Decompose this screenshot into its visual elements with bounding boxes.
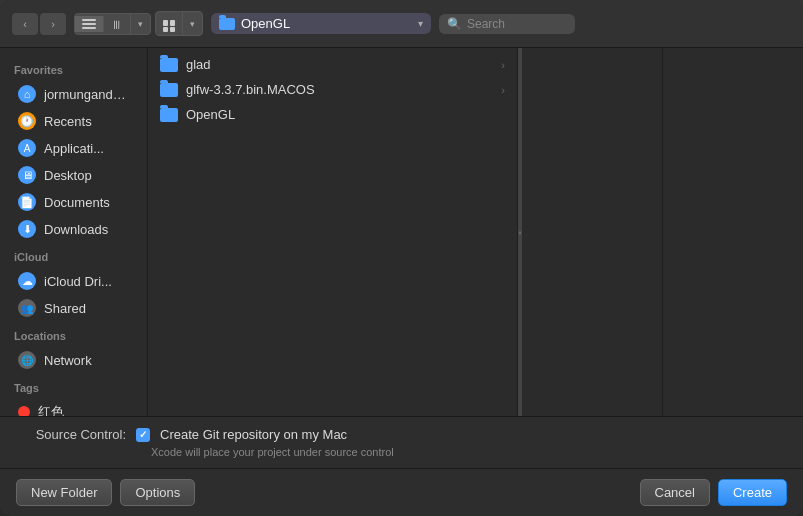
location-bar[interactable]: OpenGL ▾ <box>211 13 431 34</box>
list-item[interactable]: OpenGL <box>148 102 517 127</box>
favorites-label: Favorites <box>0 56 147 80</box>
location-folder-icon <box>219 18 235 30</box>
search-icon: 🔍 <box>447 17 462 31</box>
sidebar-item-label: iCloud Dri... <box>44 274 112 289</box>
downloads-icon: ⬇ <box>18 220 36 238</box>
shared-icon: 👥 <box>18 299 36 317</box>
list-item[interactable]: glad › <box>148 52 517 77</box>
sidebar-item-label: Network <box>44 353 92 368</box>
source-subtext: Xcode will place your project under sour… <box>151 446 787 458</box>
new-folder-button[interactable]: New Folder <box>16 479 112 506</box>
create-git-label: Create Git repository on my Mac <box>160 427 347 442</box>
gallery-view-toggle: ▾ <box>155 11 203 37</box>
preview-panel-2 <box>663 48 803 416</box>
location-text: OpenGL <box>241 16 290 31</box>
view-chevron-button[interactable]: ▾ <box>131 16 150 32</box>
folder-icon <box>160 108 178 122</box>
locations-label: Locations <box>0 322 147 346</box>
right-action-buttons: Cancel Create <box>640 479 788 506</box>
sidebar-item-label: Recents <box>44 114 92 129</box>
network-icon: 🌐 <box>18 351 36 369</box>
sidebar-item-label: Desktop <box>44 168 92 183</box>
view-toggle: ⫼ ▾ <box>74 13 151 35</box>
file-name: glfw-3.3.7.bin.MACOS <box>186 82 493 97</box>
apps-icon: A <box>18 139 36 157</box>
file-name: glad <box>186 57 493 72</box>
sidebar-item-documents[interactable]: 📄 Documents <box>4 189 143 215</box>
folder-icon <box>160 58 178 72</box>
file-arrow-icon: › <box>501 84 505 96</box>
desktop-icon: 🖥 <box>18 166 36 184</box>
tags-label: Tags <box>0 374 147 398</box>
tag-red-dot <box>18 406 30 416</box>
column-view-button[interactable]: ⫼ <box>104 14 131 34</box>
back-button[interactable]: ‹ <box>12 13 38 35</box>
left-action-buttons: New Folder Options <box>16 479 195 506</box>
source-control-checkbox[interactable]: ✓ <box>136 428 150 442</box>
list-view-icon <box>82 19 96 29</box>
home-icon: ⌂ <box>18 85 36 103</box>
gallery-chevron-button[interactable]: ▾ <box>183 16 202 32</box>
sidebar: Favorites ⌂ jormunganda... 🕐 Recents A A… <box>0 48 148 416</box>
sidebar-item-shared[interactable]: 👥 Shared <box>4 295 143 321</box>
list-item[interactable]: glfw-3.3.7.bin.MACOS › <box>148 77 517 102</box>
sidebar-item-label: jormunganda... <box>44 87 129 102</box>
sidebar-item-desktop[interactable]: 🖥 Desktop <box>4 162 143 188</box>
column-view-icon: ⫼ <box>111 17 123 31</box>
main-content: Favorites ⌂ jormunganda... 🕐 Recents A A… <box>0 48 803 416</box>
list-view-button[interactable] <box>75 16 104 32</box>
icloud-icon: ☁ <box>18 272 36 290</box>
cancel-button[interactable]: Cancel <box>640 479 710 506</box>
nav-buttons: ‹ › <box>12 13 66 35</box>
source-control-label: Source Control: <box>16 427 126 442</box>
forward-button[interactable]: › <box>40 13 66 35</box>
toolbar: ‹ › ⫼ ▾ <box>0 0 803 48</box>
preview-panels <box>522 48 803 416</box>
sidebar-item-icloud-drive[interactable]: ☁ iCloud Dri... <box>4 268 143 294</box>
file-arrow-icon: › <box>501 59 505 71</box>
sidebar-item-downloads[interactable]: ⬇ Downloads <box>4 216 143 242</box>
location-chevron-icon: ▾ <box>418 18 423 29</box>
save-dialog: ‹ › ⫼ ▾ <box>0 0 803 516</box>
gallery-view-button[interactable] <box>156 12 183 36</box>
preview-panel-1 <box>522 48 663 416</box>
source-control-bar: Source Control: ✓ Create Git repository … <box>0 416 803 468</box>
sidebar-item-label: 红色 <box>38 403 64 416</box>
sidebar-item-applications[interactable]: A Applicati... <box>4 135 143 161</box>
icloud-label: iCloud <box>0 243 147 267</box>
source-control-row: Source Control: ✓ Create Git repository … <box>16 427 787 442</box>
sidebar-item-label: Applicati... <box>44 141 104 156</box>
search-input[interactable] <box>467 17 567 31</box>
action-bar: New Folder Options Cancel Create <box>0 468 803 516</box>
documents-icon: 📄 <box>18 193 36 211</box>
file-panel: glad › glfw-3.3.7.bin.MACOS › OpenGL • • <box>148 48 803 416</box>
sidebar-item-tag-red[interactable]: 红色 <box>4 399 143 416</box>
sidebar-item-jormungand[interactable]: ⌂ jormunganda... <box>4 81 143 107</box>
sidebar-item-recents[interactable]: 🕐 Recents <box>4 108 143 134</box>
folder-icon <box>160 83 178 97</box>
sidebar-item-label: Downloads <box>44 222 108 237</box>
checkmark-icon: ✓ <box>139 429 147 440</box>
sidebar-item-label: Documents <box>44 195 110 210</box>
create-button[interactable]: Create <box>718 479 787 506</box>
sidebar-item-network[interactable]: 🌐 Network <box>4 347 143 373</box>
clock-icon: 🕐 <box>18 112 36 130</box>
file-list: glad › glfw-3.3.7.bin.MACOS › OpenGL <box>148 48 518 416</box>
sidebar-item-label: Shared <box>44 301 86 316</box>
grid-view-icon <box>163 20 175 32</box>
options-button[interactable]: Options <box>120 479 195 506</box>
search-bar[interactable]: 🔍 <box>439 14 575 34</box>
file-name: OpenGL <box>186 107 505 122</box>
